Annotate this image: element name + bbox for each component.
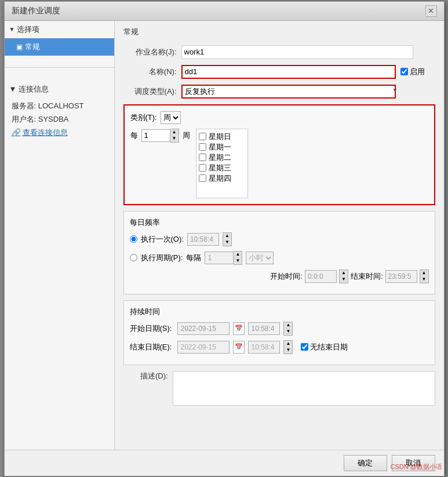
every-row: 每 ▲ ▼ 周 bbox=[130, 129, 190, 143]
every-input[interactable] bbox=[141, 129, 170, 142]
freq-box: 类别(T): 天 周 月 每 ▲ bbox=[123, 104, 435, 205]
once-label: 执行一次(O): bbox=[141, 234, 184, 245]
spinner-up[interactable]: ▲ bbox=[170, 129, 179, 136]
start-date-time-input[interactable] bbox=[248, 322, 280, 335]
start-cal-icon[interactable]: 📅 bbox=[233, 322, 245, 335]
checkbox-sunday[interactable] bbox=[199, 133, 206, 140]
end-time-spinner: ▲ ▼ bbox=[420, 270, 429, 283]
freq-type-row: 类别(T): 天 周 月 bbox=[130, 111, 428, 124]
once-time-input[interactable] bbox=[187, 233, 219, 246]
daily-freq-title: 每日频率 bbox=[130, 217, 429, 228]
once-row: 执行一次(O): ▲ ▼ bbox=[130, 232, 429, 246]
period-spinner-btns: ▲ ▼ bbox=[234, 251, 242, 265]
job-name-row: 作业名称(J): bbox=[123, 45, 435, 59]
checkbox-thursday[interactable] bbox=[199, 174, 206, 182]
job-name-label: 作业名称(J): bbox=[123, 47, 181, 57]
no-end-label[interactable]: 无结束日期 bbox=[301, 342, 348, 352]
name-input[interactable] bbox=[181, 65, 396, 79]
once-radio[interactable] bbox=[130, 235, 137, 243]
desc-textarea[interactable] bbox=[173, 371, 435, 406]
time-range-row: 开始时间: ▲ ▼ 结束时间: ▲ ▼ bbox=[130, 270, 429, 283]
checkbox-wednesday[interactable] bbox=[199, 164, 206, 172]
desc-row: 描述(D): bbox=[123, 371, 435, 406]
start-dt-down[interactable]: ▼ bbox=[284, 329, 292, 335]
end-time-label: 结束时间: bbox=[351, 271, 383, 282]
main-content: 常规 作业名称(J): 名称(N): 启用 调度类型(A): bbox=[115, 21, 444, 450]
ok-button[interactable]: 确定 bbox=[344, 455, 387, 471]
section-title: 常规 bbox=[123, 27, 435, 39]
weekday-sunday: 星期日 bbox=[199, 132, 245, 142]
sidebar-item-normal[interactable]: ▣ 常规 bbox=[5, 38, 114, 56]
sidebar-section-label: 选择项 bbox=[17, 24, 39, 35]
start-time-label: 开始时间: bbox=[270, 271, 303, 282]
sidebar-item-label: 常规 bbox=[25, 42, 40, 52]
dialog-body: ▼ 选择项 ▣ 常规 ▼ 连接信息 服务器: L bbox=[5, 21, 444, 450]
schedule-type-label: 调度类型(A): bbox=[123, 86, 181, 97]
weekdays-list: 星期日 星期一 星期二 星期三 bbox=[196, 129, 248, 198]
enable-checkbox-label[interactable]: 启用 bbox=[400, 67, 425, 77]
label-sunday: 星期日 bbox=[209, 132, 231, 142]
end-date-row: 结束日期(E): 📅 ▲ ▼ 无结束日期 bbox=[130, 340, 429, 354]
start-time-up[interactable]: ▲ bbox=[340, 270, 348, 276]
week-left: 每 ▲ ▼ 周 bbox=[130, 129, 190, 198]
end-date-label: 结束日期(E): bbox=[130, 342, 172, 352]
checkbox-monday[interactable] bbox=[199, 143, 206, 151]
dialog-footer: 确定 取消 bbox=[5, 450, 444, 476]
end-date-input bbox=[177, 341, 230, 354]
link-icon: 🔗 bbox=[12, 126, 21, 139]
dialog-titlebar: 新建作业调度 × bbox=[5, 2, 444, 21]
normal-icon: ▣ bbox=[16, 43, 23, 51]
start-time-down[interactable]: ▼ bbox=[340, 276, 348, 283]
start-date-label: 开始日期(S): bbox=[130, 323, 172, 334]
sidebar-bottom: ▼ 连接信息 服务器: LOCALHOST 用户名: SYSDBA bbox=[5, 67, 114, 144]
end-cal-icon[interactable]: 📅 bbox=[233, 341, 245, 354]
daily-freq-box: 每日频率 执行一次(O): ▲ ▼ 执行周期(P): 每隔 bbox=[123, 211, 435, 294]
freq-type-select[interactable]: 天 周 月 bbox=[161, 111, 181, 124]
duration-title: 持续时间 bbox=[130, 307, 429, 317]
name-label: 名称(N): bbox=[123, 67, 181, 77]
connect-link[interactable]: 🔗 查看连接信息 bbox=[12, 126, 110, 139]
arrow-icon: ▼ bbox=[9, 26, 15, 32]
period-row: 执行周期(P): 每隔 ▲ ▼ 小时 分钟 bbox=[130, 251, 429, 265]
period-up: ▲ bbox=[234, 252, 242, 258]
start-dt-up[interactable]: ▲ bbox=[284, 322, 292, 329]
period-radio[interactable] bbox=[130, 254, 137, 261]
spinner-down[interactable]: ▼ bbox=[170, 136, 179, 142]
connect-title: ▼ 连接信息 bbox=[9, 84, 110, 94]
user-row: 用户名: SYSDBA bbox=[12, 112, 110, 126]
dialog-title: 新建作业调度 bbox=[12, 6, 60, 16]
start-date-input[interactable] bbox=[177, 322, 230, 335]
every-label2: 每隔 bbox=[186, 253, 201, 263]
every-spinner: ▲ ▼ bbox=[141, 129, 179, 143]
label-wednesday: 星期三 bbox=[209, 163, 231, 173]
every-unit: 周 bbox=[183, 130, 190, 141]
start-time-input[interactable] bbox=[305, 270, 337, 283]
end-time-up[interactable]: ▲ bbox=[420, 270, 428, 276]
once-time-up[interactable]: ▲ bbox=[223, 233, 231, 239]
weekday-thursday: 星期四 bbox=[199, 173, 245, 184]
connect-section: ▼ 连接信息 服务器: LOCALHOST 用户名: SYSDBA bbox=[5, 72, 114, 144]
every-label: 每 bbox=[130, 130, 138, 141]
week-section: 每 ▲ ▼ 周 bbox=[130, 129, 428, 198]
sidebar-section-header: ▼ 选择项 bbox=[5, 21, 114, 38]
period-spinner: ▲ ▼ bbox=[205, 251, 242, 265]
server-row: 服务器: LOCALHOST bbox=[12, 99, 110, 112]
period-input bbox=[205, 252, 234, 264]
schedule-type-select[interactable]: 一次 反复执行 自动启动 bbox=[181, 85, 396, 99]
end-time-input[interactable] bbox=[385, 270, 417, 283]
once-time-down[interactable]: ▼ bbox=[223, 239, 231, 246]
no-end-checkbox[interactable] bbox=[301, 343, 308, 351]
once-time-spinner: ▲ ▼ bbox=[223, 232, 232, 246]
name-row: 名称(N): 启用 bbox=[123, 65, 435, 79]
close-button[interactable]: × bbox=[425, 5, 437, 17]
schedule-type-row: 调度类型(A): 一次 反复执行 自动启动 bbox=[123, 85, 435, 99]
job-name-input[interactable] bbox=[181, 45, 413, 59]
enable-checkbox[interactable] bbox=[400, 68, 408, 75]
weekday-tuesday: 星期二 bbox=[199, 152, 245, 163]
end-time-down[interactable]: ▼ bbox=[420, 276, 428, 283]
arrow-connect-icon: ▼ bbox=[9, 85, 17, 93]
watermark: CSDN @数据小语 bbox=[391, 463, 442, 471]
checkbox-tuesday[interactable] bbox=[199, 154, 206, 161]
label-tuesday: 星期二 bbox=[209, 152, 231, 163]
start-date-row: 开始日期(S): 📅 ▲ ▼ bbox=[130, 322, 429, 336]
